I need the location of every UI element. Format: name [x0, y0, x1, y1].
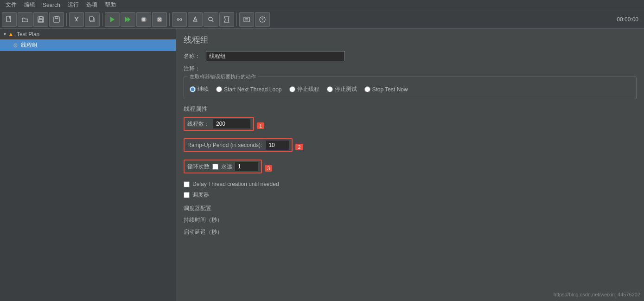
svg-rect-7 — [89, 17, 93, 21]
radio-continue[interactable]: 继续 — [190, 85, 209, 93]
radio-next-thread-input[interactable] — [216, 86, 222, 92]
svg-marker-10 — [128, 17, 130, 22]
menu-run[interactable]: 运行 — [64, 0, 83, 10]
loop-label: 循环次数 — [187, 163, 210, 171]
radio-stop-test[interactable]: 停止测试 — [327, 85, 357, 93]
menubar: 文件 编辑 Search 运行 选项 帮助 — [0, 0, 644, 10]
delay-label: Delay Thread creation until needed — [192, 181, 279, 187]
menu-edit[interactable]: 编辑 — [20, 0, 39, 10]
gear-icon: ⚙ — [13, 42, 18, 49]
loop-count-input[interactable] — [235, 162, 258, 171]
loop-forever-checkbox[interactable] — [212, 164, 218, 170]
radio-next-thread[interactable]: Start Next Thread Loop — [216, 86, 282, 93]
menu-options[interactable]: 选项 — [83, 0, 101, 10]
svg-marker-22 — [224, 17, 229, 22]
radio-stop-thread[interactable]: 停止线程 — [289, 85, 319, 93]
name-row: 名称： — [184, 51, 637, 61]
toolbar-new[interactable] — [2, 12, 17, 27]
svg-point-27 — [262, 20, 262, 21]
thread-count-input[interactable] — [213, 119, 250, 128]
svg-rect-23 — [244, 17, 249, 22]
svg-rect-3 — [39, 19, 43, 22]
thread-count-row: 线程数： 1 — [184, 117, 637, 134]
delay-checkbox[interactable] — [184, 181, 190, 187]
comment-label: 注释： — [184, 65, 202, 73]
ramp-up-label: Ramp-Up Period (in seconds): — [187, 142, 262, 148]
thread-count-badge: 1 — [257, 122, 264, 129]
radio-stop-test-now-input[interactable] — [364, 86, 370, 92]
toolbar-run[interactable] — [105, 12, 120, 27]
toolbar-settings[interactable] — [219, 12, 234, 27]
watermark: https://blog.csdn.net/weixin_44576202 — [554, 292, 640, 297]
svg-rect-2 — [39, 17, 42, 19]
svg-marker-18 — [193, 17, 197, 21]
menu-file[interactable]: 文件 — [2, 0, 20, 10]
svg-rect-0 — [6, 16, 11, 22]
action-group-title: 在取样器错误后要执行的动作 — [188, 73, 258, 80]
toolbar-saveas[interactable] — [49, 12, 64, 27]
radio-stop-test-now-label: Stop Test Now — [372, 86, 408, 93]
toolbar-open[interactable] — [18, 12, 32, 27]
sidebar: ▾ ▲ Test Plan ⚙ 线程组 — [0, 29, 176, 301]
thread-count-highlight: 线程数： — [184, 117, 254, 131]
sidebar-item-testplan[interactable]: ▾ ▲ Test Plan — [0, 29, 176, 39]
toolbar-run-start[interactable] — [121, 12, 135, 27]
radio-continue-input[interactable] — [190, 86, 196, 92]
startup-delay-input[interactable] — [239, 227, 332, 237]
menu-help[interactable]: 帮助 — [101, 0, 120, 10]
page-title: 线程组 — [184, 34, 637, 45]
svg-line-21 — [212, 20, 213, 22]
startup-delay-label: 启动延迟（秒） — [184, 228, 239, 236]
testplan-icon: ▲ — [8, 31, 14, 38]
duration-input[interactable] — [239, 215, 332, 224]
name-input[interactable] — [206, 51, 345, 61]
sep3 — [169, 13, 170, 26]
svg-point-16 — [177, 19, 179, 20]
svg-rect-12 — [142, 18, 145, 21]
scheduler-row: 调度器 — [184, 191, 637, 199]
sep4 — [236, 13, 237, 26]
duration-label: 持续时间（秒） — [184, 216, 239, 224]
loop-badge: 3 — [265, 165, 272, 172]
loop-row: 循环次数 永远 3 — [184, 160, 637, 177]
svg-point-20 — [209, 17, 212, 21]
radio-row: 继续 Start Next Thread Loop 停止线程 停止测试 Stop… — [190, 81, 631, 95]
sep1 — [66, 13, 67, 26]
toolbar-stop-all[interactable] — [152, 12, 167, 27]
radio-stop-test-label: 停止测试 — [335, 85, 357, 93]
toolbar-help[interactable] — [255, 12, 270, 27]
radio-stop-test-now[interactable]: Stop Test Now — [364, 86, 408, 93]
startup-delay-row: 启动延迟（秒） — [184, 227, 637, 237]
main-layout: ▾ ▲ Test Plan ⚙ 线程组 线程组 名称： 注释： 在取样器错误后要… — [0, 29, 644, 301]
ramp-up-highlight: Ramp-Up Period (in seconds): — [184, 138, 293, 152]
toolbar-remote2[interactable] — [188, 12, 203, 27]
toolbar-log[interactable] — [239, 12, 254, 27]
radio-stop-thread-label: 停止线程 — [297, 85, 319, 93]
menu-search[interactable]: Search — [39, 1, 64, 9]
thread-count-label: 线程数： — [187, 120, 210, 128]
toolbar-save[interactable] — [33, 12, 48, 27]
radio-stop-thread-input[interactable] — [289, 86, 295, 92]
thread-props-title: 线程属性 — [184, 105, 637, 113]
sidebar-item-threadgroup[interactable]: ⚙ 线程组 — [0, 39, 176, 51]
testplan-label: Test Plan — [17, 31, 39, 38]
toolbar-remote[interactable] — [172, 12, 187, 27]
action-group-box: 在取样器错误后要执行的动作 继续 Start Next Thread Loop … — [184, 77, 637, 99]
radio-continue-label: 继续 — [198, 85, 209, 93]
toolbar: 00:00:00 — [0, 10, 644, 29]
content-area: 线程组 名称： 注释： 在取样器错误后要执行的动作 继续 Start Next … — [176, 29, 644, 301]
toolbar-stop[interactable] — [136, 12, 151, 27]
tree-toggle[interactable]: ▾ — [4, 32, 6, 37]
ramp-up-badge: 2 — [295, 144, 303, 150]
scheduler-checkbox[interactable] — [184, 192, 190, 198]
loop-highlight: 循环次数 永远 — [184, 160, 262, 173]
svg-marker-8 — [110, 17, 115, 22]
toolbar-cut[interactable] — [69, 12, 84, 27]
radio-stop-test-input[interactable] — [327, 86, 333, 92]
ramp-up-input[interactable] — [266, 141, 289, 150]
toolbar-search[interactable] — [204, 12, 218, 27]
comment-row: 注释： — [184, 65, 637, 73]
sep2 — [102, 13, 102, 26]
radio-next-thread-label: Start Next Thread Loop — [224, 86, 282, 93]
toolbar-copy[interactable] — [85, 12, 100, 27]
